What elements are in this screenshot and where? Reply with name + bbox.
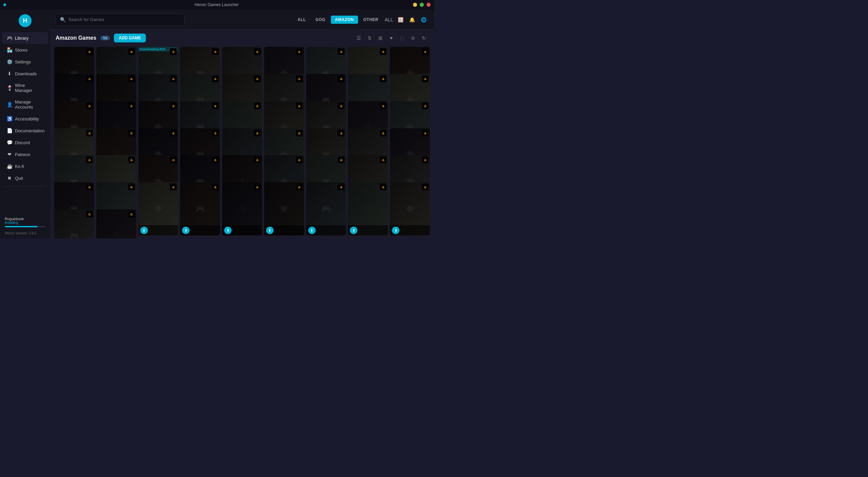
game-card-wrc[interactable]: 🎮 a ⬇	[306, 182, 346, 235]
card-bottom-game13: ⬇	[348, 225, 388, 235]
download-btn-superheroes[interactable]: ⬇	[182, 227, 190, 234]
sidebar-item-patreon[interactable]: ❤ Patreon	[2, 149, 48, 160]
sidebar-item-wine-manager[interactable]: 🍷 Wine Manager	[2, 80, 48, 96]
sidebar-item-discord[interactable]: 💬 Discord	[2, 137, 48, 148]
sidebar-label-downloads: Downloads	[15, 71, 37, 76]
amazon-badge-city-connection: a	[296, 130, 303, 136]
game-card-game15[interactable]: 🎮 a ⬇	[54, 209, 94, 238]
download-btn-game11[interactable]: ⬇	[224, 227, 232, 234]
list-view-button[interactable]: ☰	[354, 33, 363, 43]
download-btn-game13[interactable]: ⬇	[350, 227, 357, 234]
filter-tab-other[interactable]: OTHER	[359, 16, 383, 24]
amazon-badge-game8: a	[422, 75, 429, 82]
sidebar-label-manage-accounts: Manage Accounts	[15, 99, 43, 110]
sidebar-item-accessibility[interactable]: ♿ Accessibility	[2, 113, 48, 125]
amazon-badge-king-fighters2: a	[338, 75, 344, 82]
amazon-badge-game15: a	[86, 211, 93, 217]
sidebar-icon-patreon: ❤	[7, 152, 12, 157]
minimize-button[interactable]	[413, 3, 417, 7]
amazon-badge-starwars-force: a	[422, 156, 429, 163]
sidebar-icon-wine-manager: 🍷	[7, 85, 12, 91]
card-bottom-game14: ⬇	[390, 225, 430, 235]
game-card-superheroes[interactable]: 🎮 a ⬇	[180, 182, 220, 235]
amazon-badge-ninja-masters: a	[212, 130, 219, 136]
amazon-badge-scott-pilgrim: a	[212, 48, 219, 55]
amazon-badge-razed: a	[422, 102, 429, 109]
content-area: 🔍 ALLGOGAMAZONOTHERALL🪟🔔🌐 Amazon Games 5…	[50, 9, 434, 238]
game-card-game12[interactable]: 👾 a ⬇	[264, 182, 304, 235]
sidebar-item-ko-fi[interactable]: ☕ Ko-fi	[2, 160, 48, 172]
download-btn-game12[interactable]: ⬇	[266, 227, 274, 234]
amazon-badge-game13: a	[380, 184, 387, 190]
amazon-badge-once-jester: a	[254, 130, 261, 136]
amazon-badge-metal-slug3: a	[296, 102, 303, 109]
amazon-badge-game14: a	[422, 184, 429, 190]
search-box[interactable]: 🔍	[56, 14, 184, 26]
amazon-badge-game11: a	[254, 184, 261, 190]
amazon-badge-delicious: a	[86, 75, 93, 82]
refresh-button[interactable]: ↻	[419, 33, 429, 43]
add-game-button[interactable]: ADD GAME	[114, 34, 145, 42]
sort-button[interactable]: ⇅	[365, 33, 374, 43]
sidebar-icon-accessibility: ♿	[7, 116, 12, 121]
amazon-badge-game9: a	[128, 130, 135, 136]
sidebar-item-stores[interactable]: 🏪 Stores	[2, 44, 48, 56]
favorites-filter-button[interactable]: ♥	[387, 33, 396, 43]
amazon-badge-sengoku: a	[212, 156, 219, 163]
card-bottom-game12: ⬇	[264, 225, 304, 235]
logo-icon: H	[19, 14, 32, 27]
amazon-badge-super-spy: a	[170, 184, 177, 190]
close-button[interactable]	[427, 3, 431, 7]
amazon-badge-game10: a	[86, 156, 93, 163]
filter-icon-globe[interactable]: 🌐	[418, 15, 429, 25]
amazon-badge-metal-slug: a	[212, 102, 219, 109]
filter-tab-all[interactable]: ALL	[293, 16, 310, 24]
sidebar-label-discord: Discord	[15, 140, 30, 145]
filter-tab-amazon[interactable]: AMAZON	[331, 16, 358, 24]
game-card-game11[interactable]: 🕹 a ⬇	[222, 182, 262, 235]
sidebar-item-settings[interactable]: ⚙️ Settings	[2, 56, 48, 68]
library-count: 56	[100, 36, 110, 40]
version-info: Heroic Version: 2.9.0	[0, 230, 50, 236]
game-card-game16[interactable]: 🕹 a ⬇	[96, 209, 136, 238]
filter-icon-bell[interactable]: 🔔	[407, 15, 417, 25]
hidden-filter-button[interactable]: ⊘	[408, 33, 418, 43]
amazon-badge-game7: a	[338, 48, 344, 55]
sidebar-label-patreon: Patreon	[15, 152, 31, 157]
amazon-badge-mr-shifty: a	[380, 102, 387, 109]
sidebar-icon-documentation: 📄	[7, 128, 12, 133]
amazon-badge-metal-slug4: a	[338, 102, 344, 109]
game-card-game13[interactable]: 🕹 a ⬇	[348, 182, 388, 235]
amazon-badge-baldurs-gate: a	[422, 48, 429, 55]
sidebar-label-documentation: Documentation	[15, 128, 44, 133]
sidebar-label-quit: Quit	[15, 176, 23, 181]
game-card-super-spy[interactable]: 👾 a ⬇	[138, 182, 178, 235]
main-layout: H 🎮 Library 🏪 Stores ⚙️ Settings ⬇ Downl…	[0, 9, 434, 238]
download-fill	[5, 226, 38, 227]
installed-filter-button[interactable]: ◌	[397, 33, 407, 43]
amazon-badge-metal-slug2: a	[254, 102, 261, 109]
library-title: Amazon Games	[56, 35, 96, 41]
sidebar-item-downloads[interactable]: ⬇ Downloads	[2, 68, 48, 79]
sidebar-icon-settings: ⚙️	[7, 59, 12, 64]
filter-icon-windows[interactable]: 🪟	[395, 15, 406, 25]
window-controls	[413, 3, 431, 7]
download-btn-game14[interactable]: ⬇	[392, 227, 399, 234]
sidebar-divider	[5, 186, 45, 187]
sidebar-item-quit[interactable]: ✖ Quit	[2, 172, 48, 184]
filter-icon-all-store[interactable]: ALL	[384, 15, 394, 25]
download-btn-wrc[interactable]: ⬇	[308, 227, 316, 234]
grid-view-button[interactable]: ⊞	[376, 33, 385, 43]
amazon-badge-sanitarium: a	[128, 156, 135, 163]
amazon-badge-abandon-ship: a	[254, 48, 261, 55]
game-card-game14[interactable]: 👾 a ⬇	[390, 182, 430, 235]
download-btn-super-spy[interactable]: ⬇	[140, 227, 148, 234]
amazon-badge-super-sidekicks: a	[128, 184, 135, 190]
search-input[interactable]	[68, 17, 180, 22]
filter-tab-gog[interactable]: GOG	[311, 16, 330, 24]
maximize-button[interactable]	[420, 3, 424, 7]
sidebar-item-manage-accounts[interactable]: 👤 Manage Accounts	[2, 96, 48, 113]
sidebar-item-documentation[interactable]: 📄 Documentation	[2, 125, 48, 136]
sidebar-item-library[interactable]: 🎮 Library	[2, 32, 48, 44]
amazon-badge-shovel-knight: a	[254, 156, 261, 163]
